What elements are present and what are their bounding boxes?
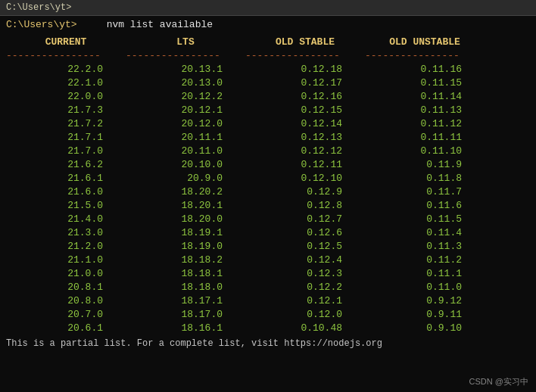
header-old-stable: OLD STABLE bbox=[245, 34, 365, 51]
table-cell: 20.6.1 bbox=[6, 322, 126, 335]
table-cell: 0.12.4 bbox=[245, 254, 365, 267]
table-cell: 0.11.2 bbox=[365, 254, 485, 267]
table-cell: 0.12.3 bbox=[245, 267, 365, 281]
table-cell: 0.11.10 bbox=[365, 145, 485, 158]
table-cell: 0.11.13 bbox=[365, 104, 485, 117]
table-row: 21.6.018.20.20.12.90.11.7 bbox=[6, 185, 530, 199]
table-cell: 20.12.0 bbox=[126, 117, 245, 131]
table-cell: 20.9.0 bbox=[126, 172, 245, 185]
table-cell: 0.11.11 bbox=[365, 131, 485, 145]
table-row: 20.8.018.17.10.12.10.9.12 bbox=[6, 294, 530, 308]
table-row: 21.7.220.12.00.12.140.11.12 bbox=[6, 117, 530, 131]
sep-3: ---------------- bbox=[245, 51, 365, 61]
header-old-unstable: OLD UNSTABLE bbox=[365, 34, 485, 51]
table-cell: 18.18.2 bbox=[126, 254, 245, 267]
table-cell: 0.12.12 bbox=[245, 145, 365, 158]
header-lts: LTS bbox=[126, 34, 245, 51]
table-header-row: CURRENT LTS OLD STABLE OLD UNSTABLE bbox=[6, 34, 530, 51]
table-cell: 18.20.0 bbox=[126, 213, 245, 226]
table-cell: 21.3.0 bbox=[6, 226, 126, 240]
footer-text: This is a partial list. For a complete l… bbox=[0, 335, 536, 352]
table-row: 21.6.220.10.00.12.110.11.9 bbox=[6, 158, 530, 172]
table-cell: 0.11.14 bbox=[365, 90, 485, 104]
table-cell: 18.19.1 bbox=[126, 226, 245, 240]
table-cell: 20.8.0 bbox=[6, 294, 126, 308]
table-row: 20.6.118.16.10.10.480.9.10 bbox=[6, 322, 530, 335]
table-cell: 21.7.1 bbox=[6, 131, 126, 145]
table-cell: 20.10.0 bbox=[126, 158, 245, 172]
table-cell: 0.11.15 bbox=[365, 76, 485, 90]
table-row: 21.7.020.11.00.12.120.11.10 bbox=[6, 145, 530, 158]
sep-4: ---------------- bbox=[365, 51, 485, 61]
table-row: 21.6.120.9.00.12.100.11.8 bbox=[6, 172, 530, 185]
table-cell: 21.7.3 bbox=[6, 104, 126, 117]
table-cell: 0.11.16 bbox=[365, 63, 485, 76]
table-cell: 21.4.0 bbox=[6, 213, 126, 226]
table-cell: 0.9.10 bbox=[365, 322, 485, 335]
table-cell: 0.11.0 bbox=[365, 281, 485, 294]
table-cell: 0.12.10 bbox=[245, 172, 365, 185]
table-cell: 0.12.14 bbox=[245, 117, 365, 131]
table-cell: 18.18.0 bbox=[126, 281, 245, 294]
sep-2: ---------------- bbox=[126, 51, 245, 61]
table-cell: 0.11.6 bbox=[365, 199, 485, 213]
table-cell: 0.12.16 bbox=[245, 90, 365, 104]
table-cell: 21.6.2 bbox=[6, 158, 126, 172]
table-cell: 20.11.1 bbox=[126, 131, 245, 145]
table-cell: 0.11.5 bbox=[365, 213, 485, 226]
table-cell: 18.20.2 bbox=[126, 185, 245, 199]
path-top: C:\Users\yt> bbox=[6, 2, 71, 13]
table-cell: 0.11.9 bbox=[365, 158, 485, 172]
table-row: 21.0.018.18.10.12.30.11.1 bbox=[6, 267, 530, 281]
table-row: 21.5.018.20.10.12.80.11.6 bbox=[6, 199, 530, 213]
table-cell: 18.19.0 bbox=[126, 240, 245, 254]
table-cell: 18.17.0 bbox=[126, 308, 245, 322]
table-cell: 0.12.0 bbox=[245, 308, 365, 322]
table-cell: 21.6.0 bbox=[6, 185, 126, 199]
table-cell: 0.11.8 bbox=[365, 172, 485, 185]
table-cell: 0.12.5 bbox=[245, 240, 365, 254]
table-cell: 20.13.1 bbox=[126, 63, 245, 76]
table-row: 20.8.118.18.00.12.20.11.0 bbox=[6, 281, 530, 294]
nvm-table: CURRENT LTS OLD STABLE OLD UNSTABLE ----… bbox=[0, 34, 536, 335]
table-cell: 0.11.1 bbox=[365, 267, 485, 281]
table-cell: 0.12.15 bbox=[245, 104, 365, 117]
table-cell: 0.9.12 bbox=[365, 294, 485, 308]
table-cell: 18.18.1 bbox=[126, 267, 245, 281]
table-cell: 0.12.11 bbox=[245, 158, 365, 172]
table-cell: 22.2.0 bbox=[6, 63, 126, 76]
table-cell: 21.6.1 bbox=[6, 172, 126, 185]
table-cell: 18.17.1 bbox=[126, 294, 245, 308]
command-line: C:\Users\yt> nvm list available bbox=[0, 16, 536, 34]
table-cell: 20.11.0 bbox=[126, 145, 245, 158]
table-cell: 20.8.1 bbox=[6, 281, 126, 294]
table-cell: 0.11.7 bbox=[365, 185, 485, 199]
table-cell: 0.11.4 bbox=[365, 226, 485, 240]
table-cell: 21.1.0 bbox=[6, 254, 126, 267]
table-cell: 21.7.0 bbox=[6, 145, 126, 158]
table-cell: 0.12.18 bbox=[245, 63, 365, 76]
prompt: C:\Users\yt> bbox=[6, 19, 77, 30]
table-row: 21.4.018.20.00.12.70.11.5 bbox=[6, 213, 530, 226]
table-cell: 21.5.0 bbox=[6, 199, 126, 213]
table-cell: 20.12.1 bbox=[126, 104, 245, 117]
table-row: 22.2.020.13.10.12.180.11.16 bbox=[6, 63, 530, 76]
table-cell: 0.12.13 bbox=[245, 131, 365, 145]
table-cell: 0.10.48 bbox=[245, 322, 365, 335]
terminal-window: C:\Users\yt> C:\Users\yt> nvm list avail… bbox=[0, 0, 536, 392]
header-current: CURRENT bbox=[6, 34, 126, 51]
table-cell: 21.2.0 bbox=[6, 240, 126, 254]
table-cell: 0.11.3 bbox=[365, 240, 485, 254]
table-row: 21.1.018.18.20.12.40.11.2 bbox=[6, 254, 530, 267]
table-row: 21.3.018.19.10.12.60.11.4 bbox=[6, 226, 530, 240]
table-row: 22.1.020.13.00.12.170.11.15 bbox=[6, 76, 530, 90]
table-cell: 0.12.17 bbox=[245, 76, 365, 90]
table-cell: 0.12.2 bbox=[245, 281, 365, 294]
window-chrome: C:\Users\yt> bbox=[0, 0, 536, 16]
table-cell: 0.12.1 bbox=[245, 294, 365, 308]
table-cell: 21.0.0 bbox=[6, 267, 126, 281]
table-cell: 20.12.2 bbox=[126, 90, 245, 104]
table-cell: 18.20.1 bbox=[126, 199, 245, 213]
table-cell: 20.7.0 bbox=[6, 308, 126, 322]
table-cell: 22.0.0 bbox=[6, 90, 126, 104]
